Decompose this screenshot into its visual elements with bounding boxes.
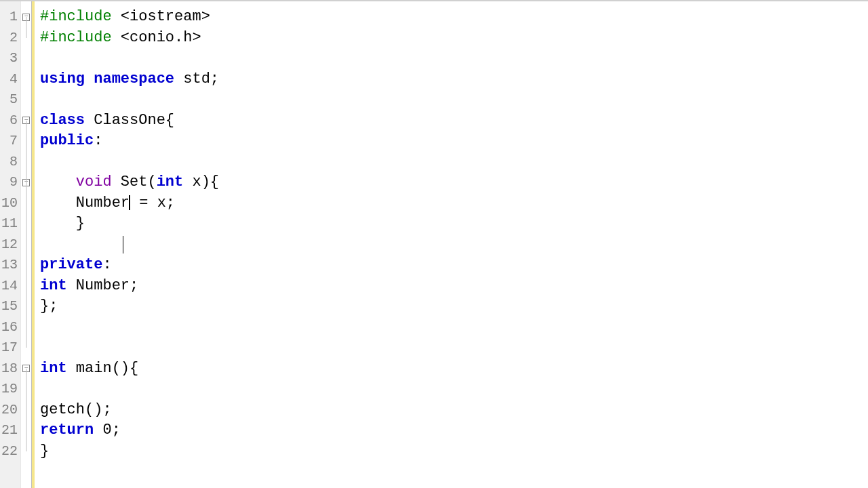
code-line: getch(); <box>40 400 868 421</box>
line-number[interactable]: 5 <box>0 89 20 110</box>
code-line: public: <box>40 131 868 152</box>
gutter: 1 2 3 4 5 6 7 8 9 10 11 12 13 14 15 16 1… <box>0 1 21 488</box>
code-line: class ClassOne{ <box>40 110 868 131</box>
code-line <box>40 338 868 359</box>
line-number[interactable]: 4 <box>0 69 20 90</box>
line-number[interactable]: 10 <box>0 193 20 214</box>
code-line: private: <box>40 255 868 276</box>
line-number[interactable]: 20 <box>0 400 20 421</box>
code-line: using namespace std; <box>40 69 868 90</box>
code-line <box>40 317 868 338</box>
code-line: #include <iostream> <box>40 7 868 28</box>
code-editor: 1 2 3 4 5 6 7 8 9 10 11 12 13 14 15 16 1… <box>0 1 868 488</box>
line-number[interactable]: 15 <box>0 296 20 317</box>
code-line <box>40 379 868 400</box>
code-line: Number = x; <box>40 193 868 214</box>
code-line: void Set(int x){ <box>40 172 868 193</box>
code-line <box>40 152 868 173</box>
line-number[interactable]: 12 <box>0 235 20 256</box>
line-number[interactable]: 16 <box>0 317 20 338</box>
line-number[interactable]: 2 <box>0 28 20 49</box>
code-line: int Number; <box>40 276 868 297</box>
code-line: }; <box>40 296 868 317</box>
code-area[interactable]: #include <iostream> #include <conio.h> u… <box>35 1 868 488</box>
code-line: } <box>40 441 868 462</box>
line-number[interactable]: 11 <box>0 214 20 235</box>
line-number[interactable]: 19 <box>0 379 20 400</box>
line-number[interactable]: 8 <box>0 152 20 173</box>
line-number[interactable]: 18 <box>0 359 20 380</box>
line-number[interactable]: 9 <box>0 172 20 193</box>
code-line <box>40 89 868 110</box>
line-number[interactable]: 22 <box>0 441 20 462</box>
line-number[interactable]: 13 <box>0 255 20 276</box>
line-number[interactable]: 6 <box>0 110 20 131</box>
code-line: } <box>40 214 868 235</box>
line-number[interactable]: 1 <box>0 7 20 28</box>
line-number[interactable]: 14 <box>0 276 20 297</box>
text-caret-icon <box>123 236 123 253</box>
code-line: #include <conio.h> <box>40 28 868 49</box>
code-line: int main(){ <box>40 359 868 380</box>
fold-column: − − − − <box>21 1 32 488</box>
line-numbers: 1 2 3 4 5 6 7 8 9 10 11 12 13 14 15 16 1… <box>0 7 20 462</box>
line-number[interactable]: 7 <box>0 131 20 152</box>
line-number[interactable]: 21 <box>0 420 20 441</box>
code-line: return 0; <box>40 420 868 441</box>
line-number[interactable]: 17 <box>0 338 20 359</box>
code-line <box>40 48 868 69</box>
line-number[interactable]: 3 <box>0 48 20 69</box>
code-line <box>40 235 868 256</box>
